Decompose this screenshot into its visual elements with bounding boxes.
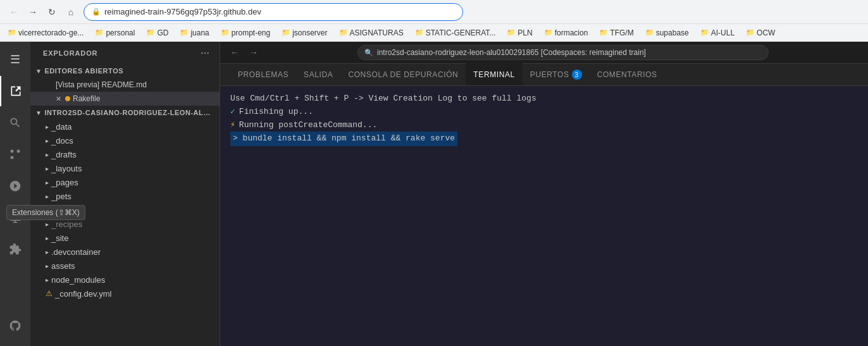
folder-icon: 📁 — [599, 28, 608, 37]
list-item[interactable]: ▸ _docs — [30, 133, 220, 147]
folder-icon: 📁 — [282, 28, 290, 37]
terminal-text: Running postCreateCommand... — [239, 119, 377, 132]
bookmark-asignaturas[interactable]: 📁 ASIGNATURAS — [337, 27, 406, 39]
close-icon[interactable]: ✕ — [56, 95, 61, 103]
forward-button[interactable]: → — [24, 3, 42, 21]
list-item[interactable]: ⚠ _config.dev.yml — [30, 287, 220, 300]
home-button[interactable]: ⌂ — [62, 3, 80, 21]
folder-icon: 📁 — [415, 28, 424, 37]
open-editors-section[interactable]: ▼ EDITORES ABIERTOS — [30, 64, 220, 78]
activity-extensions[interactable]: Extensiones (⇧⌘X) — [0, 234, 30, 264]
bookmark-juana[interactable]: 📁 juana — [177, 27, 211, 39]
file-name-rakefile: Rakefile — [73, 94, 100, 103]
nav-buttons: ← → ↻ ⌂ — [5, 3, 80, 21]
terminal-line-1: Use Cmd/Ctrl + Shift + P -> View Creatio… — [230, 92, 858, 106]
chevron-right-icon: ▸ — [46, 221, 49, 228]
bookmark-static[interactable]: 📁 STATIC-GENERAT... — [412, 27, 499, 39]
bookmark-pln[interactable]: 📁 PLN — [504, 27, 535, 39]
tree-item-label: _site — [51, 233, 68, 243]
tab-terminal[interactable]: TERMINAL — [466, 63, 522, 85]
tab-comentarios[interactable]: COMENTARIOS — [590, 63, 665, 85]
activity-source-control[interactable] — [0, 139, 30, 170]
list-item[interactable]: ▸ _data — [30, 120, 220, 133]
list-item[interactable]: ✕ Rakefile — [30, 92, 220, 106]
bookmark-prompt-eng[interactable]: 📁 prompt-eng — [218, 27, 273, 39]
bookmark-ai-ull[interactable]: 📁 AI-ULL — [698, 27, 737, 39]
folder-icon: 📁 — [507, 28, 516, 37]
terminal-panel[interactable]: Use Cmd/Ctrl + Shift + P -> View Creatio… — [220, 86, 868, 346]
vscode-main: ☰ Extensiones (⇧⌘X) EXPLORADOR ⋯ — [0, 42, 868, 346]
inner-address-bar[interactable]: 🔍 intro2sd-casiano-rodriguez-leon-alu010… — [357, 45, 769, 60]
list-item[interactable]: ▸ _pages — [30, 175, 220, 189]
url-text: reimagined-train-9756gq97p53jr.github.de… — [104, 7, 261, 16]
terminal-line-4: > bundle install && npm install && rake … — [230, 132, 858, 146]
bookmark-formacion[interactable]: 📁 formacion — [542, 27, 591, 39]
list-item[interactable]: ▸ _drafts — [30, 147, 220, 161]
inner-browser-bar: ← → 🔍 intro2sd-casiano-rodriguez-leon-al… — [220, 42, 868, 64]
terminal-text: Use Cmd/Ctrl + Shift + P -> View Creatio… — [230, 92, 536, 106]
sidebar-header: EXPLORADOR ⋯ — [30, 42, 220, 64]
tree-item-label: _pets — [51, 192, 71, 201]
svg-point-2 — [11, 150, 14, 153]
folder-icon: 📁 — [146, 28, 155, 37]
bookmark-jsonserver[interactable]: 📁 jsonserver — [279, 27, 330, 39]
list-item[interactable]: ▸ node_modules — [30, 273, 220, 287]
tree-item-label: _data — [51, 122, 72, 132]
inner-forward-button[interactable]: → — [247, 46, 261, 59]
list-item[interactable]: ▸ _layouts — [30, 161, 220, 175]
folder-icon: 📁 — [746, 28, 755, 37]
activity-github[interactable] — [0, 311, 30, 341]
bookmark-supabase[interactable]: 📁 supabase — [643, 27, 691, 39]
terminal-line-3: ⚡ Running postCreateCommand... — [230, 119, 858, 132]
chevron-right-icon: ▸ — [46, 235, 49, 242]
svg-point-0 — [11, 156, 14, 159]
sidebar-header-actions[interactable]: ⋯ — [201, 48, 209, 58]
activity-menu[interactable]: ☰ — [0, 44, 30, 75]
bookmark-ocw[interactable]: 📁 OCW — [743, 27, 778, 39]
chevron-down-icon: ▼ — [35, 109, 42, 116]
back-button[interactable]: ← — [5, 3, 23, 21]
inner-back-button[interactable]: ← — [228, 46, 242, 59]
activity-run-debug[interactable] — [0, 171, 30, 201]
terminal-text: Finishing up... — [239, 106, 313, 119]
tree-item-label: _recipes — [51, 219, 82, 229]
open-editors-label: EDITORES ABIERTOS — [44, 67, 123, 75]
tree-item-label: _pages — [51, 178, 78, 187]
list-item[interactable]: ▸ assets — [30, 259, 220, 273]
bookmark-tfgm[interactable]: 📁 TFG/M — [597, 27, 636, 39]
inner-url-text: intro2sd-casiano-rodriguez-leon-alu01002… — [377, 48, 646, 57]
bookmark-vicerrectorado[interactable]: 📁 vicerrectorado-ge... — [5, 27, 86, 39]
bookmark-personal[interactable]: 📁 personal — [92, 27, 137, 39]
tab-puertos[interactable]: PUERTOS 3 — [523, 63, 590, 85]
list-item[interactable]: ▸ _site — [30, 231, 220, 245]
reload-button[interactable]: ↻ — [43, 3, 61, 21]
address-bar[interactable]: 🔒 reimagined-train-9756gq97p53jr.github.… — [84, 3, 463, 21]
warning-icon: ⚠ — [46, 289, 53, 298]
tab-problemas[interactable]: PROBLEMAS — [230, 63, 296, 85]
chevron-right-icon: ▸ — [46, 276, 49, 283]
folder-icon: 📁 — [645, 28, 654, 37]
tab-salida[interactable]: SALIDA — [296, 63, 340, 85]
terminal-line-2: ✓ Finishing up... — [230, 106, 858, 119]
activity-explorer[interactable] — [0, 76, 30, 106]
tab-consola[interactable]: CONSOLA DE DEPURACIÓN — [340, 63, 466, 85]
list-item[interactable]: [Vista previa] README.md — [30, 78, 220, 92]
ports-badge: 3 — [572, 70, 582, 80]
list-item[interactable]: ▸ _pets — [30, 189, 220, 203]
folder-icon: 📁 — [221, 28, 230, 37]
main-content: ← → 🔍 intro2sd-casiano-rodriguez-leon-al… — [220, 42, 868, 346]
bookmarks-bar: 📁 vicerrectorado-ge... 📁 personal 📁 GD 📁… — [0, 24, 868, 42]
chevron-right-icon: ▸ — [46, 179, 49, 186]
extensions-tooltip: Extensiones (⇧⌘X) — [6, 205, 85, 220]
bookmark-gd[interactable]: 📁 GD — [144, 27, 171, 39]
tree-item-label: _docs — [51, 136, 73, 145]
list-item[interactable]: ▸ .devcontainer — [30, 245, 220, 259]
chevron-right-icon: ▸ — [46, 165, 49, 172]
folder-icon: 📁 — [95, 28, 104, 37]
svg-point-1 — [17, 150, 20, 153]
tree-item-label: node_modules — [51, 275, 105, 285]
activity-search[interactable] — [0, 108, 30, 138]
folder-section[interactable]: ▼ INTRO2SD-CASIANO-RODRIGUEZ-LEON-ALU01.… — [30, 106, 220, 120]
sidebar: EXPLORADOR ⋯ ▼ EDITORES ABIERTOS [Vista … — [30, 42, 220, 346]
tree-item-label: assets — [51, 261, 75, 271]
